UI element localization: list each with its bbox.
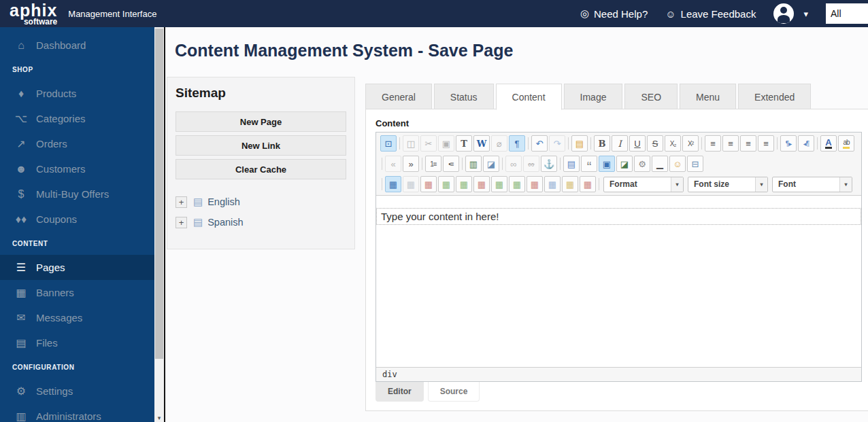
sidebar-item-banners[interactable]: ▦ Banners — [0, 280, 154, 305]
unlink-button[interactable]: ∞ — [523, 156, 539, 172]
bold-button[interactable]: B — [594, 135, 610, 152]
remove-format-button[interactable]: ⌀ — [491, 135, 507, 152]
sidebar-item-administrators[interactable]: ▥ Administrators — [0, 404, 154, 422]
edit-image-button[interactable]: ◪ — [616, 156, 633, 172]
link-button[interactable]: ∞ — [505, 156, 522, 172]
sidebar-scrollbar[interactable]: ▾ — [154, 27, 164, 422]
underline-button[interactable]: U — [629, 135, 646, 152]
italic-button[interactable]: I — [612, 135, 628, 152]
tree-expander-button[interactable]: + — [176, 196, 187, 208]
split-cell-horizontal-button[interactable]: ▦ — [562, 176, 578, 192]
paste-from-word-button[interactable]: W — [473, 135, 490, 152]
sidebar-item-products[interactable]: ♦ Products — [0, 81, 154, 106]
sidebar-item-orders[interactable]: ↗ Orders — [0, 131, 154, 156]
new-link-button[interactable]: New Link — [176, 135, 346, 156]
insert-table-button[interactable]: ▦ — [385, 176, 401, 192]
leave-feedback-link[interactable]: ☺ Leave Feedback — [665, 8, 756, 20]
font-size-dropdown[interactable]: Font size ▾ — [688, 177, 768, 192]
save-button[interactable]: ⊡ — [380, 135, 397, 152]
sidebar-item-multi-buy-offers[interactable]: $ Multi-Buy Offers — [0, 181, 154, 207]
table-properties-button[interactable]: ▦ — [403, 176, 419, 192]
tab-general[interactable]: General — [365, 84, 432, 109]
insert-row-before-button[interactable]: ▦ — [438, 176, 454, 192]
show-blocks-button[interactable]: ¶ — [509, 135, 525, 152]
horizontal-rule-button[interactable]: ▁ — [652, 156, 668, 172]
templates-button[interactable]: ⚙ — [634, 156, 650, 172]
sidebar-item-coupons[interactable]: ♦♦ Coupons — [0, 207, 154, 232]
align-center-button[interactable]: ≡ — [722, 135, 739, 152]
sidebar-item-customers[interactable]: ☻ Customers — [0, 156, 154, 181]
select-all-button[interactable]: ▣ — [599, 156, 615, 172]
dropdown-arrow-icon[interactable]: ▾ — [671, 177, 683, 192]
sidebar-item-files[interactable]: ▤ Files — [0, 330, 154, 355]
insert-image-button[interactable]: ◪ — [483, 156, 499, 172]
text-direction-ltr-button[interactable]: ¶▸ — [780, 135, 797, 152]
paste-button[interactable]: ▣ — [438, 135, 454, 152]
text-color-button[interactable]: A — [820, 135, 837, 152]
sidebar-item-categories[interactable]: ⌥ Categories — [0, 106, 154, 131]
sidebar-item-pages[interactable]: ☰ Pages — [0, 255, 154, 280]
bulleted-list-button[interactable]: •≡ — [443, 156, 459, 172]
insert-flash-button[interactable]: ▥ — [465, 156, 482, 172]
insert-row-after-button[interactable]: ▦ — [456, 176, 472, 192]
sidebar-item-dashboard[interactable]: ⌂ Dashboard — [0, 33, 154, 58]
user-avatar[interactable] — [773, 3, 794, 24]
insert-column-before-button[interactable]: ▦ — [491, 176, 507, 192]
merge-cells-button[interactable]: ▦ — [544, 176, 561, 192]
delete-column-button[interactable]: ▦ — [527, 176, 543, 192]
anchor-button[interactable]: ⚓ — [541, 156, 557, 172]
content-block[interactable]: Type your content in here! — [376, 208, 861, 225]
tree-node-label[interactable]: English — [207, 196, 240, 207]
tab-menu[interactable]: Menu — [680, 84, 736, 109]
copy-button[interactable]: ◫ — [403, 135, 419, 152]
cut-button[interactable]: ✂ — [420, 135, 437, 152]
tab-seo[interactable]: SEO — [624, 84, 678, 109]
tab-image[interactable]: Image — [564, 84, 623, 109]
browse-server-button[interactable]: ▤ — [571, 135, 588, 152]
scrollbar-thumb[interactable] — [155, 29, 163, 359]
need-help-link[interactable]: ◎ Need Help? — [580, 7, 648, 20]
outdent-button[interactable]: « — [385, 156, 401, 172]
justify-button[interactable]: ≡ — [758, 135, 774, 152]
delete-table-button[interactable]: ▦ — [420, 176, 437, 192]
font-dropdown[interactable]: Font ▾ — [772, 177, 852, 192]
editor-mode-tab[interactable]: Editor — [375, 382, 424, 402]
align-right-button[interactable]: ≡ — [740, 135, 756, 152]
tree-node-label[interactable]: Spanish — [207, 217, 243, 228]
clear-cache-button[interactable]: Clear Cache — [176, 159, 346, 179]
paste-plain-text-button[interactable]: T — [456, 135, 472, 152]
strikethrough-button[interactable]: S — [647, 135, 663, 152]
dropdown-arrow-icon[interactable]: ▾ — [839, 177, 852, 192]
background-color-button[interactable]: ab — [838, 135, 854, 152]
editor-body[interactable]: Type your content in here! — [376, 208, 861, 367]
page-break-button[interactable]: ⊟ — [687, 156, 703, 172]
tab-status[interactable]: Status — [434, 84, 494, 109]
blockquote-button[interactable]: “ — [581, 156, 597, 172]
insert-column-after-button[interactable]: ▦ — [509, 176, 525, 192]
superscript-button[interactable]: X² — [682, 135, 699, 152]
source-mode-tab[interactable]: Source — [428, 382, 480, 402]
element-path-item[interactable]: div — [382, 370, 397, 379]
filter-input[interactable] — [826, 3, 868, 24]
sidebar-item-settings[interactable]: ⚙ Settings — [0, 379, 154, 404]
tab-extended[interactable]: Extended — [738, 84, 811, 109]
undo-button[interactable]: ↶ — [531, 135, 548, 152]
new-page-button[interactable]: New Page — [176, 111, 346, 132]
format-dropdown[interactable]: Format ▾ — [603, 177, 684, 192]
numbered-list-button[interactable]: 1≡ — [425, 156, 441, 172]
tab-content[interactable]: Content — [496, 84, 562, 110]
dropdown-arrow-icon[interactable]: ▾ — [755, 177, 767, 192]
delete-row-button[interactable]: ▦ — [473, 176, 490, 192]
split-cell-vertical-button[interactable]: ▦ — [580, 176, 596, 192]
smiley-button[interactable]: ☺ — [669, 156, 686, 172]
align-left-button[interactable]: ≡ — [705, 135, 721, 152]
indent-button[interactable]: » — [403, 156, 419, 172]
subscript-button[interactable]: X₂ — [665, 135, 681, 152]
chevron-down-icon[interactable]: ▾ — [803, 9, 808, 19]
text-direction-rtl-button[interactable]: ◂¶ — [798, 135, 814, 152]
sidebar-item-messages[interactable]: ✉ Messages — [0, 305, 154, 330]
tree-expander-button[interactable]: + — [176, 217, 187, 228]
div-container-button[interactable]: ▤ — [563, 156, 580, 172]
scrollbar-down-arrow-icon[interactable]: ▾ — [154, 415, 164, 421]
redo-button[interactable]: ↷ — [549, 135, 565, 152]
